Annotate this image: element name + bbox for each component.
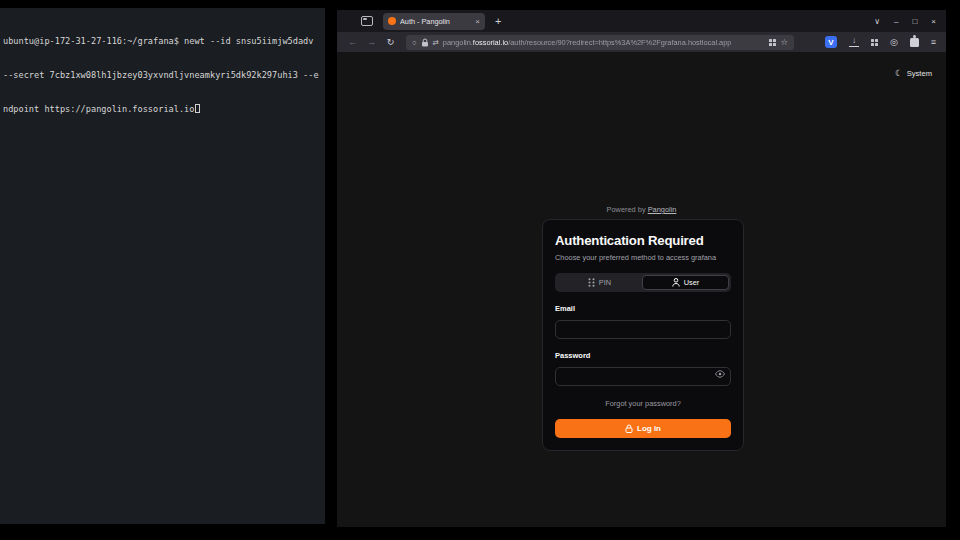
minimize-button[interactable]: –	[894, 17, 898, 26]
https-lock-icon[interactable]	[421, 38, 429, 47]
terminal-cursor	[195, 104, 200, 113]
lock-icon	[625, 424, 633, 433]
password-input[interactable]	[555, 367, 731, 386]
menu-hamburger-icon[interactable]: ≡	[931, 37, 936, 47]
browser-tab-auth-pangolin[interactable]: Auth - Pangolin ×	[383, 13, 485, 30]
terminal-line: ubuntu@ip-172-31-27-116:~/grafana$ newt …	[3, 36, 322, 47]
permissions-icon[interactable]: ○	[412, 38, 417, 47]
terminal-panel[interactable]: ubuntu@ip-172-31-27-116:~/grafana$ newt …	[0, 8, 325, 524]
maximize-button[interactable]: □	[912, 17, 917, 26]
toolbar-extensions: V ↓ ◎ ≡	[825, 36, 938, 48]
list-tabs-chevron-icon[interactable]: ∨	[874, 17, 880, 26]
email-label: Email	[555, 304, 731, 313]
extensions-puzzle-icon[interactable]	[910, 38, 919, 47]
theme-toggle[interactable]: ☾ System	[895, 68, 932, 78]
card-title: Authentication Required	[555, 233, 731, 248]
back-button[interactable]: ←	[345, 37, 360, 47]
firefox-view-icon[interactable]	[361, 16, 373, 26]
moon-icon: ☾	[895, 68, 903, 78]
page-actions-grid-icon[interactable]	[769, 39, 776, 46]
login-button[interactable]: Log in	[555, 419, 731, 438]
record-circle-icon[interactable]: ◎	[890, 37, 898, 47]
extension-grid-icon[interactable]	[871, 39, 878, 46]
show-password-eye-icon[interactable]	[715, 370, 725, 378]
page-content: ☾ System Powered by Pangolin Authenticat…	[337, 52, 946, 527]
auth-card: Authentication Required Choose your pref…	[542, 219, 744, 451]
theme-label: System	[907, 69, 932, 78]
email-input[interactable]	[555, 320, 731, 339]
window-controls: ∨ – □ ×	[874, 17, 946, 26]
keypad-icon	[588, 278, 595, 287]
close-window-button[interactable]: ×	[931, 17, 936, 26]
reload-button[interactable]: ↻	[383, 37, 398, 47]
terminal-line: --secret 7cbz1xw08lh1jbzey03yxvndljvneam…	[3, 70, 322, 81]
swap-arrows-icon[interactable]: ⇄	[433, 38, 439, 47]
tab-title: Auth - Pangolin	[400, 17, 471, 26]
bookmark-star-icon[interactable]: ☆	[780, 37, 788, 47]
browser-window: Auth - Pangolin × + ∨ – □ × ← → ↻ ○ ⇄ pa…	[337, 10, 946, 527]
new-tab-button[interactable]: +	[495, 15, 501, 27]
terminal-line: ndpoint https://pangolin.fossorial.io	[3, 104, 322, 115]
url-bar[interactable]: ○ ⇄ pangolin.fossorial.io/auth/resource/…	[406, 35, 794, 50]
password-label: Password	[555, 351, 731, 360]
tab-user[interactable]: User	[642, 275, 729, 290]
card-subtitle: Choose your preferred method to access g…	[555, 253, 731, 262]
forward-button[interactable]: →	[364, 37, 379, 47]
v-extension-icon[interactable]: V	[825, 36, 837, 48]
tab-bar: Auth - Pangolin × + ∨ – □ ×	[337, 10, 946, 32]
forgot-password-link[interactable]: Forgot your password?	[555, 399, 731, 408]
tab-pin[interactable]: PIN	[557, 275, 642, 290]
auth-method-tabs: PIN User	[555, 273, 731, 292]
url-text: pangolin.fossorial.io/auth/resource/90?r…	[443, 38, 766, 47]
powered-by: Powered by Pangolin	[337, 205, 946, 214]
pangolin-link[interactable]: Pangolin	[648, 205, 677, 214]
browser-toolbar: ← → ↻ ○ ⇄ pangolin.fossorial.io/auth/res…	[337, 32, 946, 52]
downloads-icon[interactable]: ↓	[849, 37, 859, 47]
tab-close-icon[interactable]: ×	[475, 17, 480, 26]
pangolin-favicon	[388, 17, 396, 25]
user-icon	[672, 278, 680, 287]
